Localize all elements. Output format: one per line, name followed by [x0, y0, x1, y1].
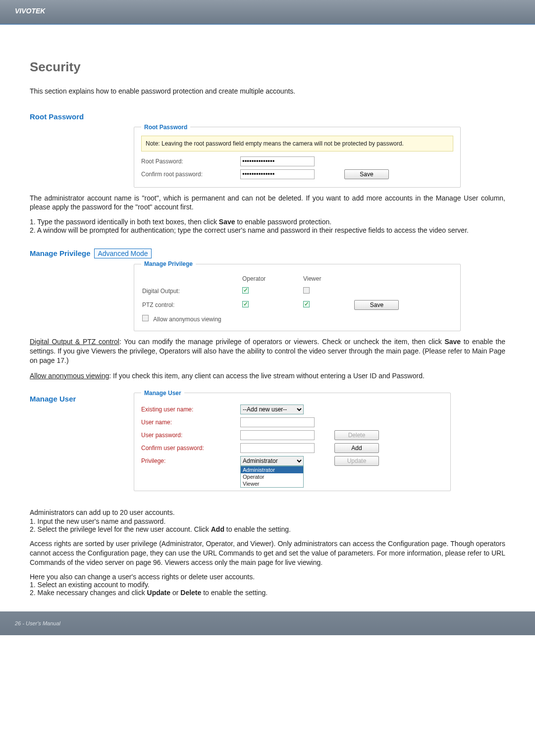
root-password-note: Note: Leaving the root password field em…: [141, 136, 453, 151]
root-password-panel: Root Password Note: Leaving the root pas…: [134, 124, 461, 188]
root-password-label: Root Password:: [141, 158, 240, 165]
row-ptz-control: PTZ control:: [142, 298, 241, 312]
delete-button[interactable]: Delete: [334, 430, 379, 440]
allow-anonymous-checkbox[interactable]: [142, 315, 149, 321]
user-para-c: 2. Select the privilege level for the ne…: [30, 525, 505, 533]
allow-anonymous-label: Allow anonymous viewing: [153, 316, 221, 323]
update-button[interactable]: Update: [334, 456, 379, 466]
user-para-b: 1. Input the new user's name and passwor…: [30, 517, 505, 525]
existing-user-label: Existing user name:: [141, 406, 240, 413]
page-body: Security This section explains how to en…: [0, 35, 535, 597]
user-name-input[interactable]: [240, 417, 315, 427]
header-bar: VIVOTEK: [0, 0, 535, 24]
manage-privilege-legend: Manage Privilege: [141, 260, 196, 267]
header-rule: [0, 24, 535, 25]
confirm-user-password-label: Confirm user password:: [141, 445, 240, 452]
root-para-1: The administrator account name is "root"…: [30, 194, 505, 212]
page-title: Security: [30, 59, 505, 75]
manage-privilege-heading: Manage Privilege: [30, 249, 91, 257]
user-para-d: Access rights are sorted by user privile…: [30, 539, 505, 567]
privilege-select[interactable]: Administrator: [240, 456, 304, 466]
footer-bar: 26 - User's Manual: [0, 611, 535, 635]
digital-output-operator-checkbox[interactable]: [242, 287, 249, 294]
user-para-g: 2. Make necessary changes and click Upda…: [30, 589, 505, 597]
manage-privilege-panel: Manage Privilege Operator Viewer Digital…: [134, 260, 461, 331]
footer-text: 26 - User's Manual: [15, 620, 60, 626]
col-viewer: Viewer: [303, 273, 353, 284]
col-operator: Operator: [242, 273, 302, 284]
user-password-label: User password:: [141, 432, 240, 439]
confirm-root-password-input[interactable]: [240, 169, 315, 179]
user-para-a: Administrators can add up to 20 user acc…: [30, 508, 505, 517]
user-password-input[interactable]: [240, 430, 315, 440]
privilege-option-administrator[interactable]: Administrator: [241, 466, 303, 473]
root-para-3: 2. A window will be prompted for authent…: [30, 226, 505, 235]
user-para-f: 1. Select an existing account to modify.: [30, 581, 505, 589]
privilege-dropdown-list: Administrator Operator Viewer: [240, 466, 304, 488]
manage-user-heading: Manage User: [30, 395, 129, 403]
digital-output-viewer-checkbox[interactable]: [303, 287, 310, 294]
privilege-save-button[interactable]: Save: [354, 300, 399, 310]
root-para-2: 1. Type the password identically in both…: [30, 218, 505, 226]
priv-para-2: Allow anonymous viewing: If you check th…: [30, 371, 505, 381]
row-digital-output: Digital Output:: [142, 285, 241, 297]
priv-para-1: Digital Output & PTZ control: You can mo…: [30, 337, 505, 365]
privilege-option-viewer[interactable]: Viewer: [241, 480, 303, 487]
brand-text: VIVOTEK: [15, 7, 45, 15]
intro-text: This section explains how to enable pass…: [30, 87, 505, 97]
root-password-input[interactable]: [240, 156, 315, 166]
privilege-option-operator[interactable]: Operator: [241, 473, 303, 480]
existing-user-select[interactable]: --Add new user--: [240, 404, 304, 414]
advanced-mode-tag: Advanced Mode: [94, 249, 151, 258]
root-password-heading: Root Password: [30, 112, 84, 121]
ptz-viewer-checkbox[interactable]: [303, 301, 310, 307]
confirm-root-password-label: Confirm root password:: [141, 171, 240, 178]
add-button[interactable]: Add: [334, 443, 379, 453]
privilege-label: Privilege:: [141, 457, 240, 464]
privilege-table: Operator Viewer Digital Output: PTZ cont…: [141, 272, 453, 326]
user-para-e: Here you also can change a user's access…: [30, 573, 505, 581]
root-password-save-button[interactable]: Save: [344, 169, 389, 179]
user-name-label: User name:: [141, 419, 240, 426]
confirm-user-password-input[interactable]: [240, 443, 315, 453]
ptz-operator-checkbox[interactable]: [242, 301, 249, 307]
manage-user-panel: Manage User Existing user name: --Add ne…: [134, 390, 451, 491]
root-password-legend: Root Password: [141, 124, 190, 131]
manage-user-legend: Manage User: [141, 390, 184, 397]
